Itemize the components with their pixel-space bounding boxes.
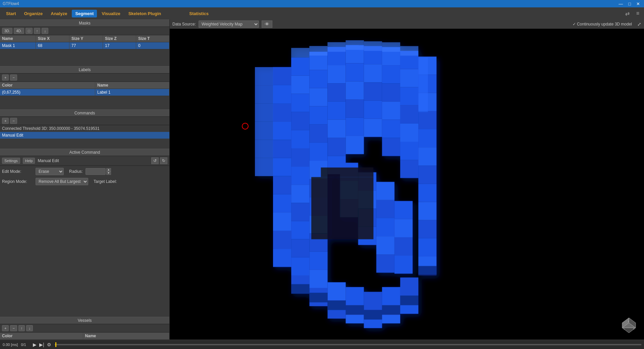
labels-table: Color Name (0,67,255) Label 1 — [0, 82, 169, 96]
masks-3d-button[interactable]: 3D. — [2, 28, 12, 34]
svg-rect-106 — [394, 255, 413, 273]
active-command-title: Manual Edit — [38, 158, 149, 163]
masks-download-button[interactable]: ↓ — [42, 28, 48, 34]
command-item[interactable]: Manual Edit — [0, 132, 169, 139]
svg-rect-56 — [364, 64, 382, 82]
svg-rect-9 — [273, 231, 291, 249]
svg-rect-11 — [291, 57, 309, 76]
masks-4d-button[interactable]: 4D. — [14, 28, 24, 34]
menubar-left: Start Organize Analyze Segment Visualize… — [3, 10, 212, 17]
region-mode-select[interactable]: None Remove All But Largest Fill Holes — [36, 178, 88, 185]
step-button[interactable]: ▶| — [39, 341, 45, 348]
play-button[interactable]: ▶ — [32, 341, 37, 348]
menu-start[interactable]: Start — [3, 10, 19, 17]
menu-analyze[interactable]: Analyze — [47, 10, 70, 17]
vessels-add-button[interactable]: + — [2, 325, 9, 331]
svg-rect-5 — [273, 158, 291, 176]
svg-rect-89 — [418, 238, 436, 256]
svg-rect-113 — [291, 48, 309, 57]
svg-rect-4 — [273, 140, 291, 158]
commands-header: Commands — [0, 109, 169, 117]
vessels-remove-button[interactable]: − — [10, 325, 17, 331]
vessels-download-button[interactable]: ↓ — [26, 325, 33, 331]
eye-button[interactable]: 👁 — [262, 20, 272, 28]
edit-mode-select[interactable]: Draw Erase Threshold — [36, 168, 64, 175]
target-label-label: Target Label: — [94, 179, 117, 184]
command-item[interactable]: Connected Threshold 3D: 350.000000 - 350… — [0, 125, 169, 132]
svg-rect-27 — [309, 106, 327, 124]
svg-rect-7 — [273, 194, 291, 212]
svg-rect-64 — [382, 83, 400, 101]
masks-box-button[interactable]: □ — [25, 28, 33, 34]
label-row[interactable]: (0,67,255) Label 1 — [0, 89, 169, 96]
svg-rect-65 — [382, 102, 400, 120]
menubar-right: ⇄ ≡ — [623, 10, 641, 17]
radius-input[interactable]: 9.00 — [86, 168, 106, 175]
commands-remove-button[interactable]: − — [10, 118, 17, 124]
menu-icon[interactable]: ≡ — [634, 10, 641, 17]
svg-rect-112 — [255, 158, 273, 176]
svg-rect-45 — [328, 282, 346, 300]
menu-organize[interactable]: Organize — [21, 10, 46, 17]
close-button[interactable]: ✕ — [635, 1, 641, 6]
viewport-canvas[interactable]: L R T — [170, 29, 644, 340]
commands-toolbar: + − — [0, 117, 169, 125]
source-select[interactable]: Weighted Velocity Map — [199, 20, 259, 28]
mask-sizex: 68 — [36, 42, 69, 49]
menu-skeleton[interactable]: Skeleton Plugin — [125, 10, 165, 17]
svg-rect-2 — [273, 103, 291, 121]
timeline-time: 0.00 [ms] 0/1 — [3, 343, 30, 347]
svg-rect-8 — [273, 212, 291, 231]
svg-rect-17 — [291, 166, 309, 185]
svg-rect-115 — [328, 42, 346, 52]
active-command-inner: Edit Mode: Draw Erase Threshold Radius: … — [0, 166, 169, 317]
svg-text:T: T — [628, 320, 629, 322]
sync-icon[interactable]: ⇄ — [623, 10, 632, 17]
svg-rect-68 — [382, 287, 400, 305]
settings-button[interactable]: Settings — [2, 158, 20, 164]
vessels-upload-button[interactable]: ↑ — [18, 325, 25, 331]
menu-statistics[interactable]: Statistics — [186, 10, 212, 17]
svg-rect-103 — [394, 201, 413, 219]
masks-upload-button[interactable]: ↑ — [34, 28, 41, 34]
spinner-down[interactable]: ▼ — [106, 171, 111, 175]
svg-rect-119 — [400, 46, 418, 55]
region-mode-row: Region Mode: None Remove All But Largest… — [2, 178, 167, 185]
svg-rect-50 — [346, 100, 364, 118]
menu-visualize[interactable]: Visualize — [98, 10, 123, 17]
svg-rect-116 — [346, 40, 364, 50]
masks-col-name: Name — [0, 35, 36, 42]
mask-row[interactable]: Mask 1 68 77 17 0 — [0, 42, 169, 49]
masks-col-sizex: Size X — [36, 35, 69, 42]
menu-segment[interactable]: Segment — [72, 10, 97, 17]
redo-button[interactable]: ↻ — [160, 157, 167, 164]
undo-button[interactable]: ↺ — [151, 157, 159, 164]
labels-toolbar: + − — [0, 73, 169, 82]
expand-button[interactable]: ⤢ — [637, 21, 641, 27]
svg-rect-58 — [364, 101, 382, 119]
timeline-controls: ▶ ▶| ⚙ — [32, 341, 52, 348]
spinner-up[interactable]: ▲ — [106, 168, 111, 171]
svg-rect-26 — [309, 88, 327, 106]
commands-add-button[interactable]: + — [2, 118, 9, 124]
masks-section: Masks 3D. 4D. □ ↑ ↓ Name Size X Size Y S… — [0, 19, 169, 66]
labels-add-button[interactable]: + — [2, 74, 9, 81]
timeline-slider[interactable] — [55, 344, 641, 345]
svg-rect-0 — [273, 67, 291, 85]
maximize-button[interactable]: □ — [627, 1, 632, 6]
left-panel: Masks 3D. 4D. □ ↑ ↓ Name Size X Size Y S… — [0, 19, 170, 340]
app-title: GTFlow4 — [3, 1, 19, 6]
edit-mode-label: Edit Mode: — [2, 169, 36, 174]
svg-rect-110 — [255, 121, 273, 140]
minimize-button[interactable]: — — [617, 1, 624, 6]
settings-button[interactable]: ⚙ — [46, 341, 52, 348]
svg-rect-14 — [291, 112, 309, 130]
main-content: Masks 3D. 4D. □ ↑ ↓ Name Size X Size Y S… — [0, 19, 644, 340]
svg-rect-83 — [418, 129, 436, 147]
active-command-subbar: Settings Help Manual Edit ↺ ↻ — [0, 156, 169, 166]
svg-rect-48 — [346, 63, 364, 82]
labels-remove-button[interactable]: − — [10, 74, 17, 81]
help-button[interactable]: Help — [23, 158, 35, 164]
masks-toolbar: 3D. 4D. □ ↑ ↓ — [0, 27, 169, 35]
continuously-update-area: ✓ Continuously update 3D model — [573, 22, 632, 27]
